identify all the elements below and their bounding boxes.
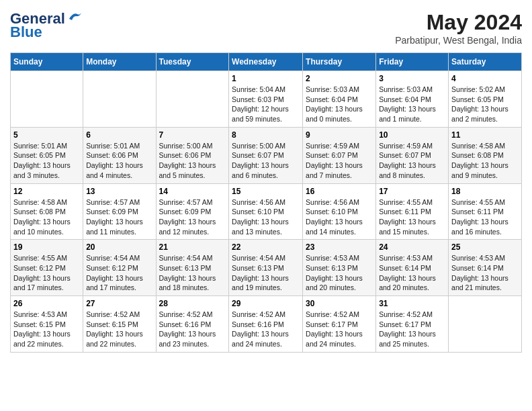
calendar-cell: 8Sunrise: 5:00 AM Sunset: 6:07 PM Daylig… xyxy=(229,127,303,183)
day-info: Sunrise: 4:56 AM Sunset: 6:10 PM Dayligh… xyxy=(306,197,373,237)
calendar-cell: 12Sunrise: 4:58 AM Sunset: 6:08 PM Dayli… xyxy=(11,183,83,240)
calendar-header-row: SundayMondayTuesdayWednesdayThursdayFrid… xyxy=(11,53,522,71)
day-info: Sunrise: 5:00 AM Sunset: 6:06 PM Dayligh… xyxy=(159,141,226,181)
column-header-thursday: Thursday xyxy=(303,53,376,71)
calendar-cell: 30Sunrise: 4:52 AM Sunset: 6:17 PM Dayli… xyxy=(303,296,376,353)
day-number: 31 xyxy=(379,299,445,308)
location: Parbatipur, West Bengal, India xyxy=(395,35,522,46)
day-info: Sunrise: 4:52 AM Sunset: 6:17 PM Dayligh… xyxy=(306,310,373,349)
day-number: 7 xyxy=(159,130,226,140)
day-info: Sunrise: 4:53 AM Sunset: 6:14 PM Dayligh… xyxy=(379,253,445,293)
day-number: 8 xyxy=(232,130,300,140)
day-info: Sunrise: 5:04 AM Sunset: 6:03 PM Dayligh… xyxy=(232,85,300,124)
page-header: General Blue May 2024 Parbatipur, West B… xyxy=(10,10,522,46)
calendar-week-row: 5Sunrise: 5:01 AM Sunset: 6:05 PM Daylig… xyxy=(11,127,522,183)
day-number: 21 xyxy=(159,242,226,252)
day-number: 14 xyxy=(159,187,226,196)
day-info: Sunrise: 4:52 AM Sunset: 6:17 PM Dayligh… xyxy=(379,310,445,349)
calendar-cell: 6Sunrise: 5:01 AM Sunset: 6:06 PM Daylig… xyxy=(83,127,156,183)
column-header-tuesday: Tuesday xyxy=(156,53,229,71)
logo-blue: Blue xyxy=(10,24,42,41)
calendar-week-row: 26Sunrise: 4:53 AM Sunset: 6:15 PM Dayli… xyxy=(11,296,522,353)
day-number: 20 xyxy=(86,242,152,252)
calendar-cell: 23Sunrise: 4:53 AM Sunset: 6:13 PM Dayli… xyxy=(303,240,376,296)
day-info: Sunrise: 4:58 AM Sunset: 6:08 PM Dayligh… xyxy=(13,197,80,237)
calendar-cell: 11Sunrise: 4:58 AM Sunset: 6:08 PM Dayli… xyxy=(449,127,522,183)
day-info: Sunrise: 4:55 AM Sunset: 6:12 PM Dayligh… xyxy=(13,253,80,293)
calendar-cell: 2Sunrise: 5:03 AM Sunset: 6:04 PM Daylig… xyxy=(303,71,376,128)
column-header-monday: Monday xyxy=(83,53,156,71)
calendar-cell: 4Sunrise: 5:02 AM Sunset: 6:05 PM Daylig… xyxy=(449,71,522,128)
column-header-sunday: Sunday xyxy=(11,53,83,71)
day-number: 26 xyxy=(13,299,80,308)
day-number: 30 xyxy=(306,299,373,308)
calendar-cell: 5Sunrise: 5:01 AM Sunset: 6:05 PM Daylig… xyxy=(11,127,83,183)
calendar-week-row: 1Sunrise: 5:04 AM Sunset: 6:03 PM Daylig… xyxy=(11,71,522,128)
calendar-cell xyxy=(11,71,83,128)
day-info: Sunrise: 4:58 AM Sunset: 6:08 PM Dayligh… xyxy=(451,141,519,181)
calendar-cell: 3Sunrise: 5:03 AM Sunset: 6:04 PM Daylig… xyxy=(376,71,449,128)
day-number: 19 xyxy=(13,242,80,252)
calendar-week-row: 12Sunrise: 4:58 AM Sunset: 6:08 PM Dayli… xyxy=(11,183,522,240)
day-number: 4 xyxy=(451,74,519,83)
calendar-cell: 27Sunrise: 4:52 AM Sunset: 6:15 PM Dayli… xyxy=(83,296,156,353)
day-info: Sunrise: 4:53 AM Sunset: 6:14 PM Dayligh… xyxy=(451,253,519,293)
calendar-week-row: 19Sunrise: 4:55 AM Sunset: 6:12 PM Dayli… xyxy=(11,240,522,296)
calendar-cell: 16Sunrise: 4:56 AM Sunset: 6:10 PM Dayli… xyxy=(303,183,376,240)
day-number: 16 xyxy=(306,187,373,196)
day-number: 13 xyxy=(86,187,152,196)
calendar-table: SundayMondayTuesdayWednesdayThursdayFrid… xyxy=(10,52,522,353)
day-number: 22 xyxy=(232,242,300,252)
calendar-cell: 22Sunrise: 4:54 AM Sunset: 6:13 PM Dayli… xyxy=(229,240,303,296)
calendar-cell: 9Sunrise: 4:59 AM Sunset: 6:07 PM Daylig… xyxy=(303,127,376,183)
day-info: Sunrise: 4:53 AM Sunset: 6:13 PM Dayligh… xyxy=(306,253,373,293)
day-info: Sunrise: 4:57 AM Sunset: 6:09 PM Dayligh… xyxy=(86,197,152,237)
calendar-cell: 26Sunrise: 4:53 AM Sunset: 6:15 PM Dayli… xyxy=(11,296,83,353)
calendar-cell: 31Sunrise: 4:52 AM Sunset: 6:17 PM Dayli… xyxy=(376,296,449,353)
calendar-cell: 24Sunrise: 4:53 AM Sunset: 6:14 PM Dayli… xyxy=(376,240,449,296)
day-info: Sunrise: 4:54 AM Sunset: 6:13 PM Dayligh… xyxy=(232,253,300,293)
day-number: 24 xyxy=(379,242,445,252)
logo-bird-icon xyxy=(68,11,83,21)
day-number: 2 xyxy=(306,74,373,83)
day-info: Sunrise: 5:02 AM Sunset: 6:05 PM Dayligh… xyxy=(451,85,519,124)
calendar-cell: 19Sunrise: 4:55 AM Sunset: 6:12 PM Dayli… xyxy=(11,240,83,296)
day-info: Sunrise: 4:55 AM Sunset: 6:11 PM Dayligh… xyxy=(379,197,445,237)
calendar-cell: 25Sunrise: 4:53 AM Sunset: 6:14 PM Dayli… xyxy=(449,240,522,296)
day-info: Sunrise: 4:57 AM Sunset: 6:09 PM Dayligh… xyxy=(159,197,226,237)
day-info: Sunrise: 4:54 AM Sunset: 6:12 PM Dayligh… xyxy=(86,253,152,293)
day-number: 15 xyxy=(232,187,300,196)
calendar-cell: 15Sunrise: 4:56 AM Sunset: 6:10 PM Dayli… xyxy=(229,183,303,240)
day-number: 6 xyxy=(86,130,152,140)
calendar-cell: 29Sunrise: 4:52 AM Sunset: 6:16 PM Dayli… xyxy=(229,296,303,353)
calendar-cell: 13Sunrise: 4:57 AM Sunset: 6:09 PM Dayli… xyxy=(83,183,156,240)
calendar-cell xyxy=(449,296,522,353)
calendar-cell xyxy=(156,71,229,128)
day-number: 11 xyxy=(451,130,519,140)
calendar-cell: 10Sunrise: 4:59 AM Sunset: 6:07 PM Dayli… xyxy=(376,127,449,183)
day-number: 10 xyxy=(379,130,445,140)
day-info: Sunrise: 4:52 AM Sunset: 6:15 PM Dayligh… xyxy=(86,310,152,349)
day-number: 29 xyxy=(232,299,300,308)
day-info: Sunrise: 5:03 AM Sunset: 6:04 PM Dayligh… xyxy=(306,85,373,124)
day-info: Sunrise: 4:53 AM Sunset: 6:15 PM Dayligh… xyxy=(13,310,80,349)
calendar-cell: 28Sunrise: 4:52 AM Sunset: 6:16 PM Dayli… xyxy=(156,296,229,353)
day-info: Sunrise: 4:55 AM Sunset: 6:11 PM Dayligh… xyxy=(451,197,519,237)
day-info: Sunrise: 5:01 AM Sunset: 6:06 PM Dayligh… xyxy=(86,141,152,181)
day-number: 9 xyxy=(306,130,373,140)
day-number: 5 xyxy=(13,130,80,140)
day-number: 27 xyxy=(86,299,152,308)
day-number: 25 xyxy=(451,242,519,252)
calendar-cell: 18Sunrise: 4:55 AM Sunset: 6:11 PM Dayli… xyxy=(449,183,522,240)
day-info: Sunrise: 4:59 AM Sunset: 6:07 PM Dayligh… xyxy=(379,141,445,181)
day-number: 28 xyxy=(159,299,226,308)
title-area: May 2024 Parbatipur, West Bengal, India xyxy=(395,10,522,46)
calendar-cell: 7Sunrise: 5:00 AM Sunset: 6:06 PM Daylig… xyxy=(156,127,229,183)
day-number: 18 xyxy=(451,187,519,196)
calendar-cell xyxy=(83,71,156,128)
calendar-cell: 1Sunrise: 5:04 AM Sunset: 6:03 PM Daylig… xyxy=(229,71,303,128)
day-info: Sunrise: 4:54 AM Sunset: 6:13 PM Dayligh… xyxy=(159,253,226,293)
column-header-friday: Friday xyxy=(376,53,449,71)
day-number: 17 xyxy=(379,187,445,196)
calendar-cell: 20Sunrise: 4:54 AM Sunset: 6:12 PM Dayli… xyxy=(83,240,156,296)
